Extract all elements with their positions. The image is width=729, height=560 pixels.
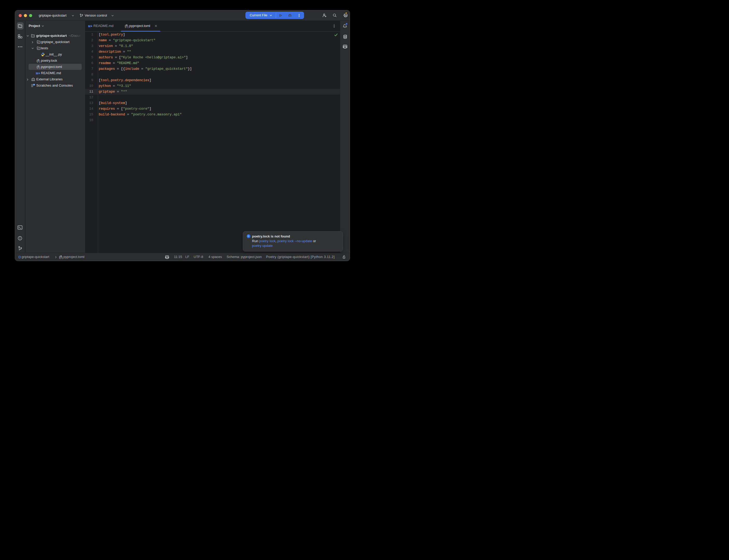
svg-text:[T]: [T]: [37, 60, 40, 62]
svg-text:M: M: [88, 24, 90, 27]
svg-text:M: M: [36, 72, 38, 75]
svg-text:[T]: [T]: [37, 66, 40, 69]
svg-text:[T]: [T]: [60, 256, 63, 259]
svg-text:[T]: [T]: [125, 25, 128, 28]
